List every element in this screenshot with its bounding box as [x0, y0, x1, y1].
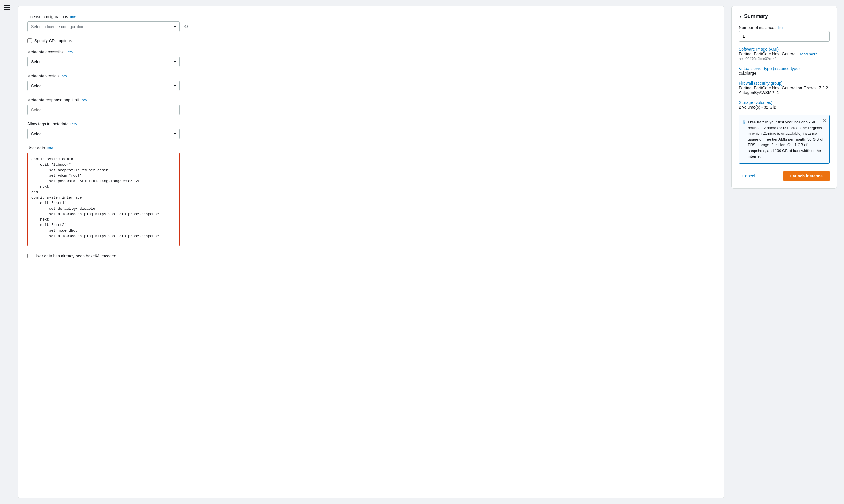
- free-tier-text: Free tier: In your first year includes 7…: [748, 119, 825, 159]
- free-tier-close-button[interactable]: ✕: [823, 118, 826, 124]
- specify-cpu-checkbox[interactable]: [27, 38, 32, 43]
- software-image-value: Fortinet FortiGate Next-Genera...: [739, 52, 799, 56]
- right-panel: Summary Number of instances Info Softwar…: [731, 6, 837, 498]
- user-data-label: User data: [27, 146, 45, 150]
- num-instances-label: Number of instances: [739, 25, 776, 30]
- allow-tags-group: Allow tags in metadata Info Select ▼: [27, 122, 715, 139]
- software-image-link[interactable]: Software Image (AMI): [739, 47, 779, 52]
- left-panel: License configurations Info Select a lic…: [18, 6, 724, 498]
- base64-checkbox[interactable]: [27, 254, 32, 258]
- storage-value: 2 volume(s) - 32 GiB: [739, 105, 830, 109]
- close-icon: ✕: [823, 118, 826, 123]
- cancel-button[interactable]: Cancel: [739, 171, 759, 181]
- instance-type-link[interactable]: Virtual server type (instance type): [739, 66, 800, 71]
- license-config-label: License configurations: [27, 14, 68, 19]
- free-tier-bold: Free tier:: [748, 120, 764, 124]
- license-config-select-wrapper: Select a license configuration ▼: [27, 21, 180, 32]
- metadata-version-select[interactable]: Select: [27, 80, 180, 91]
- software-image-ami: ami-08479d0bce02ca48b: [739, 57, 830, 61]
- num-instances-field: Number of instances Info: [739, 25, 830, 41]
- allow-tags-select-wrapper: Select ▼: [27, 129, 180, 139]
- free-tier-body: In your first year includes 750 hours of…: [748, 120, 823, 158]
- base64-checkbox-group: User data has already been base64 encode…: [27, 254, 715, 258]
- metadata-version-select-wrapper: Select ▼: [27, 80, 180, 91]
- specify-cpu-label[interactable]: Specify CPU options: [34, 38, 72, 43]
- free-tier-info-icon: ℹ: [743, 120, 745, 125]
- metadata-version-info[interactable]: Info: [61, 74, 67, 78]
- license-config-row: Select a license configuration ▼ ↻: [27, 21, 715, 32]
- refresh-icon: ↻: [184, 23, 188, 30]
- metadata-hop-limit-group: Metadata response hop limit Info: [27, 97, 715, 115]
- storage-link[interactable]: Storage (volumes): [739, 100, 772, 105]
- metadata-accessible-label: Metadata accessible: [27, 50, 65, 54]
- summary-title: Summary: [739, 13, 830, 19]
- metadata-hop-limit-label: Metadata response hop limit: [27, 97, 79, 102]
- summary-panel: Summary Number of instances Info Softwar…: [731, 6, 837, 188]
- firewall-link[interactable]: Firewall (security group): [739, 81, 782, 86]
- user-data-wrapper: config system admin edit "labuser" set a…: [27, 152, 180, 247]
- num-instances-info[interactable]: Info: [778, 25, 785, 30]
- user-data-textarea[interactable]: config system admin edit "labuser" set a…: [27, 152, 180, 246]
- software-image-field: Software Image (AMI) Fortinet FortiGate …: [739, 47, 830, 61]
- license-config-group: License configurations Info Select a lic…: [27, 14, 715, 32]
- firewall-field: Firewall (security group) Fortinet Forti…: [739, 81, 830, 95]
- license-config-info[interactable]: Info: [70, 15, 76, 19]
- base64-label[interactable]: User data has already been base64 encode…: [34, 254, 116, 258]
- metadata-hop-limit-info[interactable]: Info: [81, 98, 87, 102]
- metadata-version-label: Metadata version: [27, 73, 58, 78]
- user-data-group: User data Info config system admin edit …: [27, 146, 715, 247]
- software-image-read-more[interactable]: read more: [800, 52, 817, 56]
- metadata-accessible-info[interactable]: Info: [67, 50, 73, 54]
- license-config-refresh-button[interactable]: ↻: [183, 22, 189, 31]
- metadata-hop-limit-input[interactable]: [27, 105, 180, 115]
- allow-tags-info[interactable]: Info: [70, 122, 77, 126]
- sidebar-toggle[interactable]: [3, 4, 11, 11]
- allow-tags-label: Allow tags in metadata: [27, 122, 69, 126]
- metadata-version-group: Metadata version Info Select ▼: [27, 73, 715, 91]
- firewall-value: Fortinet FortiGate Next-Generation Firew…: [739, 86, 830, 95]
- launch-instance-button[interactable]: Launch instance: [783, 171, 830, 181]
- instance-type-field: Virtual server type (instance type) c6i.…: [739, 66, 830, 75]
- summary-actions: Cancel Launch instance: [739, 171, 830, 181]
- allow-tags-select[interactable]: Select: [27, 129, 180, 139]
- free-tier-box: ℹ Free tier: In your first year includes…: [739, 115, 830, 164]
- num-instances-input[interactable]: [739, 31, 830, 41]
- specify-cpu-group: Specify CPU options: [27, 38, 715, 43]
- metadata-accessible-group: Metadata accessible Info Select ▼: [27, 50, 715, 67]
- user-data-info[interactable]: Info: [47, 146, 53, 150]
- metadata-accessible-select-wrapper: Select ▼: [27, 56, 180, 67]
- storage-field: Storage (volumes) 2 volume(s) - 32 GiB: [739, 100, 830, 109]
- metadata-accessible-select[interactable]: Select: [27, 56, 180, 67]
- license-config-select[interactable]: Select a license configuration: [27, 21, 180, 32]
- instance-type-value: c6i.xlarge: [739, 71, 830, 75]
